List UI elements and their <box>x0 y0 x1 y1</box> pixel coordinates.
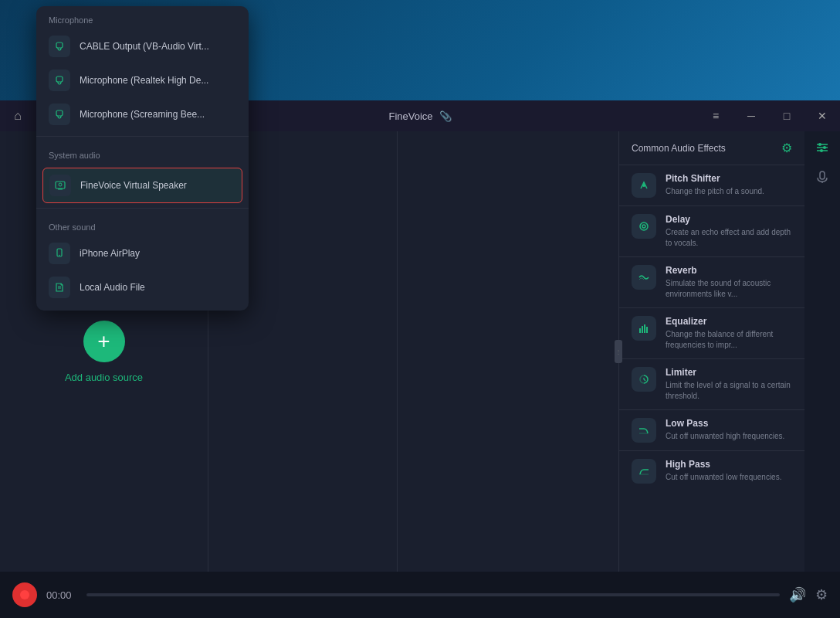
reverb-icon <box>632 265 656 290</box>
limiter-name: Limiter <box>666 367 792 378</box>
system-audio-section-label: System audio <box>36 141 249 165</box>
divider-1 <box>36 136 249 137</box>
effect-reverb[interactable]: Reverb Simulate the sound of acoustic en… <box>619 256 804 307</box>
add-audio-source-label: Add audio source <box>65 372 143 383</box>
record-button[interactable] <box>12 582 37 607</box>
pitch-shifter-name: Pitch Shifter <box>666 173 792 184</box>
local-audio-file-item[interactable]: Local Audio File <box>36 270 249 304</box>
low-pass-text: Low Pass Cut off unwanted high frequenci… <box>666 418 792 442</box>
svg-point-2 <box>642 225 645 228</box>
microphone-sidebar-icon[interactable] <box>815 170 829 187</box>
title-bar-title: FineVoice 📎 <box>388 110 451 122</box>
reverb-desc: Simulate the sound of acoustic environme… <box>666 278 792 300</box>
svg-point-1 <box>640 222 648 230</box>
limiter-desc: Limit the level of a signal to a certain… <box>666 380 792 402</box>
menu-button[interactable]: ≡ <box>698 100 733 131</box>
effects-panel-header: Common Audio Effects ⚙ <box>619 131 804 165</box>
audio-effects-panel: Common Audio Effects ⚙ Pitch Shifter Cha… <box>619 131 804 572</box>
local-audio-file-icon <box>49 277 70 298</box>
screaming-bee-label: Microphone (Screaming Bee... <box>80 109 205 120</box>
high-pass-icon <box>632 459 656 484</box>
realtek-mic-item[interactable]: Microphone (Realtek High De... <box>36 63 249 97</box>
low-pass-desc: Cut off unwanted high frequencies. <box>666 431 792 442</box>
drag-handle[interactable]: ⋮ <box>615 340 622 363</box>
svg-rect-19 <box>56 110 63 116</box>
finevoice-speaker-label: FineVoice Virtual Speaker <box>80 180 187 191</box>
delay-text: Delay Create an echo effect and add dept… <box>666 214 792 249</box>
time-display: 00:00 <box>46 589 77 601</box>
screaming-bee-item[interactable]: Microphone (Screaming Bee... <box>36 97 249 131</box>
minimize-button[interactable]: ─ <box>733 100 769 131</box>
divider-2 <box>36 208 249 209</box>
cable-output-item[interactable]: CABLE Output (VB-Audio Virt... <box>36 29 249 63</box>
other-sound-section-label: Other sound <box>36 213 249 236</box>
svg-rect-17 <box>56 42 63 48</box>
screaming-bee-icon <box>49 104 70 125</box>
svg-point-12 <box>823 146 826 149</box>
effects-panel-title: Common Audio Effects <box>632 143 726 154</box>
record-indicator <box>20 590 29 599</box>
cable-output-icon <box>49 36 70 57</box>
svg-rect-4 <box>642 326 643 333</box>
volume-icon[interactable]: 🔊 <box>789 586 806 603</box>
svg-rect-20 <box>56 182 65 188</box>
title-bar-left: ⌂ <box>0 100 36 131</box>
add-audio-source-button[interactable]: + <box>83 321 125 362</box>
microphone-section-label: Microphone <box>36 6 249 29</box>
home-icon[interactable]: ⌂ <box>0 100 36 131</box>
equalizer-desc: Change the balance of different frequenc… <box>666 329 792 351</box>
mid-panel-2: ⋮ <box>398 131 619 572</box>
reverb-text: Reverb Simulate the sound of acoustic en… <box>666 265 792 300</box>
maximize-button[interactable]: □ <box>769 100 804 131</box>
effect-low-pass[interactable]: Low Pass Cut off unwanted high frequenci… <box>619 409 804 450</box>
finevoice-speaker-icon <box>49 175 71 196</box>
iphone-airplay-icon <box>49 243 70 264</box>
local-audio-file-label: Local Audio File <box>80 282 145 293</box>
dropdown-popup: Microphone CABLE Output (VB-Audio Virt..… <box>36 6 249 311</box>
pitch-shifter-icon <box>632 173 656 198</box>
high-pass-desc: Cut off unwanted low frequencies. <box>666 472 792 483</box>
bottom-icons: 🔊 ⚙ <box>789 586 828 603</box>
pitch-shifter-desc: Change the pitch of a sound. <box>666 186 792 197</box>
equalizer-sidebar-icon[interactable] <box>815 141 829 158</box>
svg-rect-18 <box>56 76 63 82</box>
equalizer-name: Equalizer <box>666 316 792 327</box>
limiter-text: Limiter Limit the level of a signal to a… <box>666 367 792 402</box>
delay-name: Delay <box>666 214 792 225</box>
finevoice-speaker-item[interactable]: FineVoice Virtual Speaker <box>42 168 242 203</box>
sidebar-icons <box>804 131 840 572</box>
equalizer-text: Equalizer Change the balance of differen… <box>666 316 792 351</box>
effect-pitch-shifter[interactable]: Pitch Shifter Change the pitch of a soun… <box>619 165 804 205</box>
svg-point-0 <box>642 184 645 187</box>
close-button[interactable]: ✕ <box>804 100 840 131</box>
iphone-airplay-item[interactable]: iPhone AirPlay <box>36 236 249 270</box>
svg-rect-22 <box>58 188 63 190</box>
delay-icon <box>632 214 656 239</box>
effect-high-pass[interactable]: High Pass Cut off unwanted low frequenci… <box>619 450 804 491</box>
svg-rect-3 <box>639 328 641 333</box>
realtek-mic-label: Microphone (Realtek High De... <box>80 75 208 86</box>
cable-output-label: CABLE Output (VB-Audio Virt... <box>80 41 209 52</box>
svg-rect-6 <box>646 327 648 333</box>
effect-delay[interactable]: Delay Create an echo effect and add dept… <box>619 205 804 256</box>
effect-equalizer[interactable]: Equalizer Change the balance of differen… <box>619 307 804 358</box>
bottom-bar: 00:00 🔊 ⚙ <box>0 572 840 618</box>
app-title: FineVoice <box>388 110 432 122</box>
iphone-airplay-label: iPhone AirPlay <box>80 248 140 259</box>
svg-point-14 <box>820 149 823 152</box>
effect-limiter[interactable]: Limiter Limit the level of a signal to a… <box>619 358 804 409</box>
pitch-shifter-text: Pitch Shifter Change the pitch of a soun… <box>666 173 792 197</box>
low-pass-name: Low Pass <box>666 418 792 429</box>
high-pass-text: High Pass Cut off unwanted low frequenci… <box>666 459 792 483</box>
settings-icon[interactable]: ⚙ <box>815 586 828 603</box>
title-pin-icon: 📎 <box>439 110 452 122</box>
reverb-name: Reverb <box>666 265 792 276</box>
high-pass-name: High Pass <box>666 459 792 470</box>
filter-icon[interactable]: ⚙ <box>781 141 792 155</box>
equalizer-icon <box>632 316 656 341</box>
low-pass-icon <box>632 418 656 443</box>
progress-bar[interactable] <box>86 593 780 596</box>
realtek-mic-icon <box>49 70 70 91</box>
title-bar-controls: ≡ ─ □ ✕ <box>698 100 840 131</box>
svg-point-24 <box>59 255 60 256</box>
